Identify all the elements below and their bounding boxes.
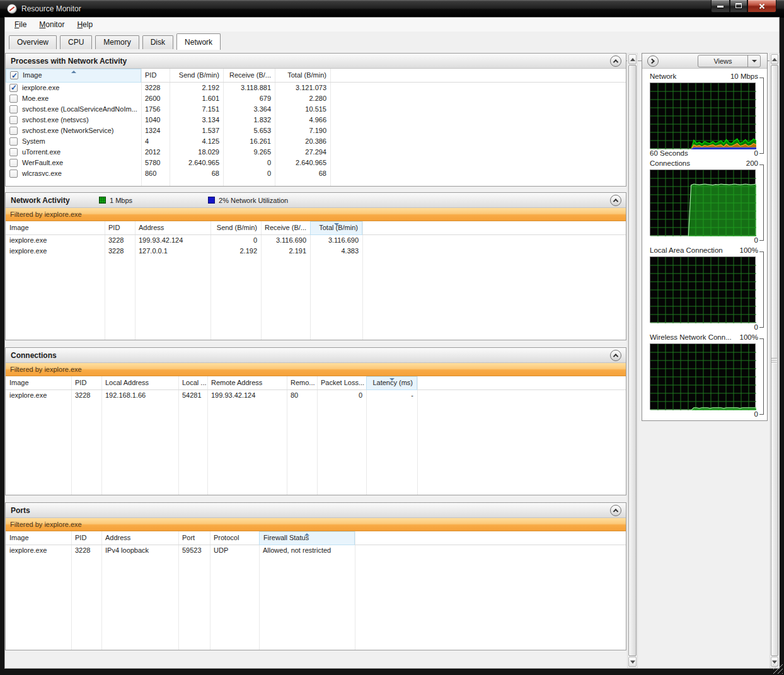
row-checkbox[interactable] [9, 116, 18, 124]
views-dropdown-arrow[interactable] [747, 55, 760, 67]
column-header-remote_port[interactable]: Remo... [287, 376, 317, 390]
section-title: Connections [11, 351, 57, 360]
column-header-packet_loss[interactable]: Packet Loss... [317, 376, 366, 390]
title-bar[interactable]: Resource Monitor [0, 0, 784, 18]
column-header-pid[interactable]: PID [105, 221, 135, 235]
triangle-up-icon [772, 58, 777, 61]
resize-grip[interactable] [773, 664, 783, 674]
column-header-pid[interactable]: PID [71, 531, 101, 545]
table-row[interactable]: svchost.exe (LocalServiceAndNoIm...17567… [6, 104, 626, 115]
column-separator [355, 531, 355, 650]
cell-send: 2.192 [170, 83, 223, 93]
network-legend: 1 Mbps2% Network Utilization [99, 193, 288, 207]
column-header-receive[interactable]: Receive (B/... [261, 221, 310, 235]
table-row[interactable]: System44.12516.26120.386 [6, 136, 626, 147]
cell-image: iexplore.exe [6, 390, 71, 401]
table-row[interactable]: iexplore.exe3228192.168.1.6654281199.93.… [6, 390, 626, 401]
collapse-button[interactable] [610, 505, 621, 516]
row-checkbox[interactable] [9, 170, 18, 178]
panel-scrollbar[interactable] [770, 53, 780, 668]
close-button[interactable] [747, 0, 776, 13]
tab-cpu[interactable]: CPU [60, 35, 92, 49]
column-header-send[interactable]: Send (B/min) [170, 69, 223, 83]
table-row[interactable]: iexplore.exe3228199.93.42.12403.116.6903… [6, 235, 626, 246]
table-row[interactable]: iexplore.exe3228IPv4 loopback59523UDPAll… [6, 545, 626, 556]
scroll-down-button[interactable] [628, 657, 637, 667]
column-header-protocol[interactable]: Protocol [210, 531, 259, 545]
row-checkbox[interactable] [9, 127, 18, 135]
collapse-button[interactable] [610, 195, 621, 206]
row-checkbox[interactable] [9, 95, 18, 103]
section-connections: Connections Filtered by iexplore.exe Ima… [5, 347, 626, 495]
column-header-total[interactable]: Total (B/min) [275, 69, 330, 83]
table-row[interactable]: svchost.exe (netsvcs)10403.1341.8324.966 [6, 115, 626, 125]
menu-file[interactable]: File [8, 18, 33, 31]
column-header-image[interactable]: Image [6, 376, 71, 390]
table-row[interactable]: iexplore.exe3228127.0.0.12.1922.1914.383 [6, 246, 626, 257]
scrollbar-thumb[interactable] [628, 65, 637, 656]
minimize-button[interactable] [711, 0, 730, 13]
tab-disk[interactable]: Disk [142, 35, 173, 49]
row-checkbox[interactable] [9, 137, 18, 146]
cell-local_address: 192.168.1.66 [101, 390, 178, 401]
cell-address: 199.93.42.124 [135, 235, 210, 246]
expand-panel-button[interactable] [647, 55, 659, 67]
column-header-local_port[interactable]: Local ... [178, 376, 207, 390]
cell-total: 4.966 [275, 115, 330, 125]
select-all-checkbox[interactable] [10, 71, 18, 79]
views-button[interactable]: Views [698, 55, 761, 67]
table-row[interactable]: WerFault.exe57802.640.96502.640.965 [6, 158, 626, 168]
column-separator [366, 376, 367, 495]
views-button-label[interactable]: Views [698, 55, 747, 67]
row-checkbox[interactable] [9, 105, 18, 113]
menu-monitor[interactable]: Monitor [33, 18, 71, 31]
chevron-up-icon [613, 199, 618, 204]
column-header-firewall[interactable]: Firewall Status [259, 531, 355, 545]
column-header-image[interactable]: Image [6, 221, 105, 235]
table-row[interactable]: svchost.exe (NetworkService)13241.5375.6… [6, 125, 626, 136]
triangle-down-icon [772, 661, 777, 664]
chart-bottom-row: 0 [650, 410, 758, 420]
table-row[interactable]: uTorrent.exe201218.0299.26527.294 [6, 147, 626, 158]
tab-memory[interactable]: Memory [95, 35, 139, 49]
tab-overview[interactable]: Overview [9, 35, 57, 49]
chart-network-plot [650, 83, 756, 149]
table-row[interactable]: iexplore.exe32282.1923.118.8813.121.073 [6, 83, 626, 93]
column-header-send[interactable]: Send (B/min) [210, 221, 261, 235]
column-header-receive[interactable]: Receive (B/... [223, 69, 275, 83]
row-checkbox[interactable] [9, 159, 18, 167]
table-row[interactable]: wlcrasvc.exe86068068 [6, 168, 626, 179]
scroll-up-button[interactable] [771, 54, 778, 64]
column-header-image[interactable]: Image [6, 531, 71, 545]
cell-firewall: Allowed, not restricted [259, 545, 355, 556]
column-header-total[interactable]: Total (B/min) [310, 221, 362, 235]
table-row[interactable]: Moe.exe26001.6016792.280 [6, 93, 626, 104]
column-header-port[interactable]: Port [178, 531, 210, 545]
row-checkbox[interactable] [9, 148, 18, 156]
menu-help[interactable]: Help [71, 18, 99, 31]
column-header-address[interactable]: Address [135, 221, 210, 235]
column-header-local_address[interactable]: Local Address [101, 376, 178, 390]
chart-min-label: 0 [754, 236, 758, 246]
collapse-button[interactable] [610, 55, 621, 67]
column-header-pid[interactable]: PID [141, 69, 170, 83]
column-header-remote_address[interactable]: Remote Address [207, 376, 287, 390]
tab-network[interactable]: Network [176, 33, 221, 50]
scrollbar-thumb[interactable] [771, 65, 778, 656]
column-separator [207, 376, 208, 495]
triangle-down-icon [630, 661, 635, 664]
row-checkbox[interactable] [9, 84, 18, 92]
column-header-pid[interactable]: PID [71, 376, 101, 390]
restore-button[interactable] [730, 0, 747, 13]
column-separator [362, 221, 363, 340]
scroll-up-button[interactable] [628, 54, 637, 64]
chart-max-label: 100% [740, 333, 758, 343]
collapse-button[interactable] [610, 350, 621, 361]
cell-total: 68 [275, 168, 330, 179]
column-header-image[interactable]: Image [6, 69, 141, 83]
column-header-latency[interactable]: Latency (ms) [366, 376, 417, 390]
cell-latency: - [366, 390, 417, 401]
main-scrollbar[interactable] [627, 53, 638, 668]
column-header-address[interactable]: Address [101, 531, 178, 545]
cell-receive: 679 [223, 93, 275, 104]
